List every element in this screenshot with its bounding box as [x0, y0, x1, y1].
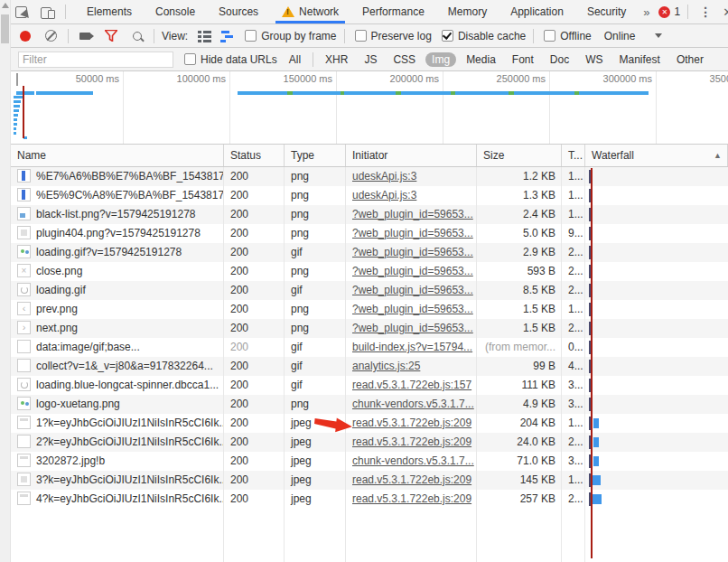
initiator-link[interactable]: udeskApi.js:3	[352, 189, 416, 201]
initiator-link[interactable]: ?web_plugin_id=59653...	[352, 284, 473, 296]
tab-sources[interactable]: Sources	[207, 0, 270, 23]
column-header-size[interactable]: Size	[477, 145, 562, 166]
group-by-frame-checkbox[interactable]	[245, 30, 257, 42]
request-row[interactable]: %E5%9C%A8%E7%BA%BF_1543817...200pngudesk…	[11, 186, 728, 205]
filter-input[interactable]	[18, 52, 173, 68]
request-row[interactable]: plugin404.png?v=1579425191278200png?web_…	[11, 224, 728, 243]
filter-type-all[interactable]: All	[283, 52, 307, 67]
initiator-link[interactable]: ?web_plugin_id=59653...	[352, 246, 473, 258]
initiator-link[interactable]: read.v5.3.1.722eb.js:209	[352, 436, 471, 448]
device-toolbar-icon[interactable]	[41, 5, 57, 19]
tab-label: Elements	[87, 5, 132, 18]
more-tabs-icon[interactable]: »	[638, 5, 655, 19]
tab-network[interactable]: Network	[270, 0, 350, 23]
initiator-link[interactable]: chunk-vendors.v5.3.1.7...	[352, 454, 474, 467]
request-row[interactable]: prev.png200png?web_plugin_id=59653...1.5…	[11, 300, 728, 319]
offline-checkbox[interactable]	[544, 30, 555, 42]
request-row[interactable]: 2?k=eyJhbGciOiJIUzI1NiIsInR5cCI6Ik...200…	[11, 433, 728, 452]
request-row[interactable]: close.png200png?web_plugin_id=59653...59…	[11, 262, 728, 281]
view-label: View:	[162, 30, 188, 42]
initiator-link[interactable]: chunk-vendors.v5.3.1.7...	[352, 398, 474, 410]
initiator-link[interactable]: ?web_plugin_id=59653...	[352, 322, 473, 334]
initiator-link[interactable]: read.v5.3.1.722eb.js:209	[352, 473, 471, 486]
column-header-waterfall[interactable]: Waterfall▲	[585, 145, 728, 166]
scrollbar-up-arrow-icon[interactable]	[2, 3, 9, 8]
throttling-dropdown-icon[interactable]	[655, 33, 662, 38]
filter-icon[interactable]	[105, 30, 117, 42]
request-row[interactable]: black-list.png?v=1579425191278200png?web…	[11, 205, 728, 224]
page-scrollbar[interactable]	[0, 0, 11, 562]
column-header-t[interactable]: T...	[562, 145, 585, 166]
request-row[interactable]: loading.gif200gif?web_plugin_id=59653...…	[11, 281, 728, 300]
filter-type-js[interactable]: JS	[358, 52, 383, 67]
tab-memory[interactable]: Memory	[436, 0, 499, 23]
request-row[interactable]: logo-xuetang.png200pngchunk-vendors.v5.3…	[11, 395, 728, 414]
request-row[interactable]: loading.gif?v=1579425191278200gif?web_pl…	[11, 243, 728, 262]
filter-type-manifest[interactable]: Manifest	[613, 52, 667, 67]
initiator-link[interactable]: ?web_plugin_id=59653...	[352, 227, 473, 239]
search-icon[interactable]	[133, 32, 142, 41]
list-view-icon[interactable]	[198, 31, 211, 42]
throttling-select[interactable]: Online	[604, 30, 636, 42]
request-row[interactable]: 1?k=eyJhbGciOiJIUzI1NiIsInR5cCI6Ik...200…	[11, 414, 728, 433]
timeline-tick-label: 250000 ms	[444, 73, 546, 84]
filter-type-css[interactable]: CSS	[387, 52, 422, 67]
filter-type-doc[interactable]: Doc	[544, 52, 575, 67]
devtools-window: ElementsConsoleSourcesNetworkPerformance…	[0, 0, 728, 562]
request-row[interactable]: next.png200png?web_plugin_id=59653...1.5…	[11, 319, 728, 338]
error-badge[interactable]: 1	[655, 5, 684, 18]
divider	[65, 5, 66, 19]
overview-view-icon[interactable]	[220, 31, 234, 42]
request-row[interactable]: %E7%A6%BB%E7%BA%BF_1543817...200pngudesk…	[11, 167, 728, 186]
time-cell: 2...	[562, 262, 585, 281]
devtools-menu-icon[interactable]: ⋮	[692, 5, 719, 19]
tab-performance[interactable]: Performance	[350, 0, 436, 23]
initiator-link[interactable]: read.v5.3.1.722eb.js:209	[352, 417, 471, 429]
network-overview[interactable]: 50000 ms100000 ms150000 ms200000 ms25000…	[11, 71, 728, 145]
request-row[interactable]: collect?v=1&_v=j80&a=917832264...200gifa…	[11, 357, 728, 376]
request-row[interactable]: 3202872.jpg!b200jpegchunk-vendors.v5.3.1…	[11, 452, 728, 471]
initiator-link[interactable]: read.v5.3.1.722eb.js:157	[352, 379, 471, 391]
request-name-cell: collect?v=1&_v=j80&a=917832264...	[11, 357, 224, 376]
tab-elements[interactable]: Elements	[75, 0, 144, 23]
filter-type-font[interactable]: Font	[506, 52, 540, 67]
tab-label: Application	[510, 5, 564, 18]
filter-type-xhr[interactable]: XHR	[319, 52, 354, 67]
inspect-element-icon[interactable]	[15, 5, 32, 19]
request-row[interactable]: data:image/gif;base...200gifbuild-index.…	[11, 338, 728, 357]
request-row[interactable]: loading.blue-longcat-spinner.dbcca1...20…	[11, 376, 728, 395]
filter-type-other[interactable]: Other	[670, 52, 710, 67]
preserve-log-checkbox[interactable]	[355, 30, 367, 42]
status-cell: 200	[224, 243, 285, 262]
tab-application[interactable]: Application	[499, 0, 575, 23]
screenshot-capture-icon[interactable]	[79, 33, 90, 40]
clear-icon[interactable]	[45, 30, 57, 42]
column-header-status[interactable]: Status	[224, 145, 285, 166]
initiator-link[interactable]: read.v5.3.1.722eb.js:209	[352, 492, 471, 505]
disable-cache-checkbox[interactable]	[442, 30, 453, 42]
initiator-link[interactable]: build-index.js?v=15794...	[352, 341, 472, 353]
request-row[interactable]: 4?k=eyJhbGciOiJIUzI1NiIsInR5cCI6Ik...200…	[11, 490, 728, 509]
column-header-initiator[interactable]: Initiator	[346, 145, 477, 166]
hide-data-urls-checkbox[interactable]	[184, 53, 196, 65]
tab-security[interactable]: Security	[575, 0, 638, 23]
scrollbar-thumb[interactable]	[1, 14, 9, 43]
timeline-gridline	[549, 71, 550, 144]
filter-type-media[interactable]: Media	[460, 52, 502, 67]
initiator-link[interactable]: ?web_plugin_id=59653...	[352, 265, 473, 277]
file-thumbnail-icon	[17, 454, 31, 467]
initiator-link[interactable]: udeskApi.js:3	[352, 170, 416, 183]
size-cell: 593 B	[477, 262, 562, 281]
initiator-link[interactable]: ?web_plugin_id=59653...	[352, 208, 473, 220]
tab-console[interactable]: Console	[144, 0, 207, 23]
request-name: 3?k=eyJhbGciOiJIUzI1NiIsInR5cCI6Ik...	[36, 473, 224, 486]
filter-type-ws[interactable]: WS	[579, 52, 609, 67]
record-button[interactable]	[20, 31, 31, 42]
column-header-type[interactable]: Type	[285, 145, 346, 166]
initiator-link[interactable]: ?web_plugin_id=59653...	[352, 303, 473, 315]
request-row[interactable]: 3?k=eyJhbGciOiJIUzI1NiIsInR5cCI6Ik...200…	[11, 471, 728, 490]
column-header-name[interactable]: Name	[11, 145, 224, 166]
initiator-link[interactable]: analytics.js:25	[352, 360, 420, 372]
close-devtools-icon[interactable]: ✕	[719, 5, 728, 19]
filter-type-img[interactable]: Img	[425, 52, 456, 67]
